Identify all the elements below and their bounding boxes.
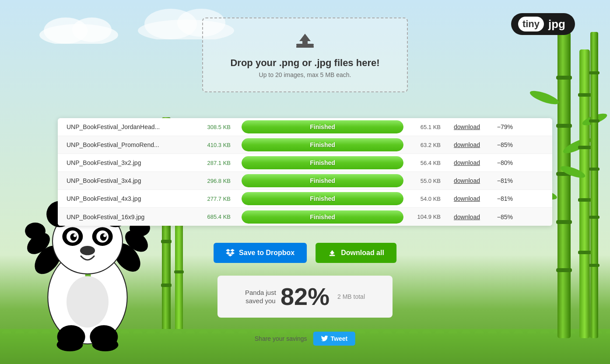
file-original-size: 410.3 KB [202,142,237,148]
svg-rect-19 [556,124,572,128]
file-original-size: 685.4 KB [202,214,237,220]
svg-rect-27 [578,93,591,97]
progress-bar-fill: Finished [242,192,403,205]
progress-label: Finished [310,214,335,220]
progress-bar-fill: Finished [242,120,403,133]
savings-total: 2 MB total [337,293,365,300]
progress-bar-wrap: Finished [242,210,403,224]
download-link[interactable]: download [447,159,487,166]
svg-point-23 [529,88,561,107]
logo-tiny: tiny [518,17,544,32]
progress-bar-fill: Finished [242,156,403,169]
file-compressed-size: 56.4 KB [408,160,447,166]
savings-text-line1: Panda just [245,289,276,296]
svg-marker-43 [330,250,335,255]
table-row: UNP_BookFestival_3x2.jpg 287.1 KB Finish… [58,154,552,172]
progress-bar-fill: Finished [242,174,403,187]
file-compressed-size: 104.9 KB [408,214,447,220]
svg-point-2 [72,18,112,42]
logo: tiny jpg [511,13,575,35]
file-compressed-size: 63.2 KB [408,142,447,148]
svg-rect-42 [330,255,335,256]
progress-bar-wrap: Finished [242,120,403,133]
svg-point-61 [70,233,77,241]
tweet-label: Tweet [331,335,348,342]
table-row: UNP_BookFestival_16x9.jpg 685.4 KB Finis… [58,208,552,226]
file-original-size: 308.5 KB [202,124,237,130]
svg-point-49 [25,223,46,239]
svg-point-62 [100,233,107,241]
savings-percentage-cell: −80% [487,159,513,166]
download-link[interactable]: download [447,177,487,184]
file-name: UNP_BookFestival_PromoRend... [67,141,202,148]
share-label: Share your savings [255,335,307,342]
svg-rect-34 [589,71,599,74]
savings-percentage-cell: −81% [487,195,513,202]
table-row: UNP_BookFestival_3x4.jpg 296.8 KB Finish… [58,172,552,190]
table-row: UNP_BookFestival_4x3.jpg 277.7 KB Finish… [58,190,552,208]
progress-bar-wrap: Finished [242,156,403,169]
svg-rect-30 [578,251,591,254]
svg-rect-35 [589,119,599,122]
svg-marker-41 [299,34,311,44]
file-name: UNP_BookFestival_4x3.jpg [67,195,202,202]
progress-label: Finished [310,123,335,130]
download-link[interactable]: download [447,141,487,148]
svg-point-69 [57,338,83,351]
svg-rect-10 [161,284,172,287]
svg-rect-29 [578,198,591,202]
download-link[interactable]: download [447,195,487,202]
svg-point-65 [80,246,95,255]
file-name: UNP_BookFestival_16x9.jpg [67,214,202,220]
logo-jpg: jpg [546,18,568,31]
svg-rect-18 [556,76,572,80]
dropzone[interactable]: Drop your .png or .jpg files here! Up to… [202,18,408,92]
progress-label: Finished [310,159,335,166]
svg-rect-36 [589,168,599,171]
svg-point-63 [74,234,76,237]
file-name: UNP_BookFestival_JordanHead... [67,123,202,130]
download-link[interactable]: download [447,214,487,220]
svg-rect-38 [589,264,599,267]
svg-rect-37 [589,216,599,219]
svg-point-64 [103,234,106,237]
file-original-size: 296.8 KB [202,178,237,184]
file-compressed-size: 55.0 KB [408,178,447,184]
svg-point-66 [67,276,109,327]
savings-card: Panda just saved you 82% 2 MB total [217,276,393,318]
upload-icon [221,32,389,53]
cloud-left [35,13,123,46]
savings-text-line2: saved you [245,297,275,304]
svg-rect-28 [578,146,591,149]
dropzone-subtitle: Up to 20 images, max 5 MB each. [221,71,389,78]
svg-rect-22 [556,268,572,272]
save-to-dropbox-button[interactable]: Save to Dropbox [214,243,307,263]
download-all-label: Download all [341,249,384,257]
tweet-button[interactable]: Tweet [313,332,356,346]
files-table: UNP_BookFestival_JordanHead... 308.5 KB … [58,118,552,226]
savings-percentage-cell: −79% [487,123,513,130]
progress-label: Finished [310,195,335,202]
progress-bar-fill: Finished [242,138,403,151]
table-row: UNP_BookFestival_JordanHead... 308.5 KB … [58,118,552,136]
file-name: UNP_BookFestival_3x4.jpg [67,177,202,184]
savings-percentage-cell: −85% [487,214,513,220]
progress-bar-fill: Finished [242,210,403,224]
file-original-size: 277.7 KB [202,196,237,202]
file-compressed-size: 65.1 KB [408,124,447,130]
svg-rect-9 [161,240,172,243]
savings-percentage: 82% [280,284,330,309]
dropzone-title: Drop your .png or .jpg files here! [221,57,389,69]
svg-rect-26 [579,49,590,338]
download-all-button[interactable]: Download all [316,243,396,263]
progress-label: Finished [310,141,335,148]
progress-label: Finished [310,177,335,184]
file-original-size: 287.1 KB [202,160,237,166]
savings-percentage-cell: −85% [487,141,513,148]
svg-rect-40 [296,46,314,48]
svg-point-70 [92,338,119,351]
progress-bar-wrap: Finished [242,174,403,187]
svg-rect-16 [174,270,184,273]
download-link[interactable]: download [447,123,487,130]
dropbox-label: Save to Dropbox [239,249,294,257]
